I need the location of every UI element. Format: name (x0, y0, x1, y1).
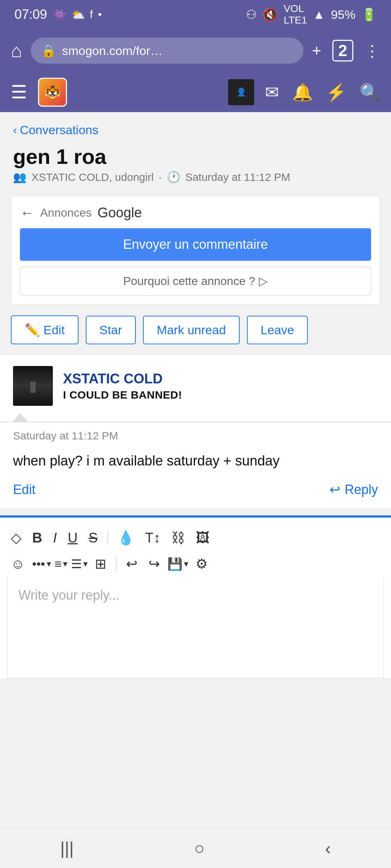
ad-label: Annonces (40, 206, 92, 220)
save-arrow: ▾ (184, 559, 188, 569)
table-button[interactable]: ⊞ (91, 554, 110, 574)
undo-button[interactable]: ↩ (122, 554, 141, 574)
lock-icon: 🔒 (41, 43, 56, 58)
list-arrow: ▾ (83, 559, 88, 569)
action-buttons-row: ✏️ Edit Star Mark unread Leave (0, 308, 391, 352)
status-right: ⚇ 🔇 VOLLTE1 ▲ 95% 🔋 (246, 3, 377, 26)
back-button-nav[interactable]: ‹ (311, 835, 345, 862)
bluetooth-icon: ⚇ (246, 7, 257, 22)
battery-text: 95% (331, 8, 356, 22)
hamburger-button[interactable]: ☰ (11, 82, 27, 103)
ad-box: ← Annonces Google Envoyer un commentaire… (11, 196, 380, 305)
header-icons: ✉ 🔔 ⚡ 🔍 (265, 82, 380, 102)
mark-unread-button[interactable]: Mark unread (143, 316, 240, 344)
message-card: ▮ XSTATIC COLD I COULD BE BANNED! Saturd… (0, 355, 391, 508)
dot-icon: • (98, 8, 102, 21)
battery-icon: 🔋 (361, 7, 377, 22)
home-button[interactable]: ⌂ (11, 40, 22, 61)
toolbar-row-1: ◇ B I U S 💧 T↕ ⛓ 🖼 (7, 525, 384, 551)
bold-button[interactable]: B (29, 528, 46, 548)
align-button[interactable]: ≡ ▾ (55, 557, 68, 571)
ad-header: ← Annonces Google (20, 205, 371, 221)
ad-why-button[interactable]: Pourquoi cette annonce ? ▷ (20, 267, 371, 295)
star-button[interactable]: Star (86, 316, 136, 344)
message-reply-button[interactable]: ↩ Reply (329, 482, 378, 497)
image-button[interactable]: 🖼 (192, 528, 213, 548)
avatar-img: 👤 (236, 88, 246, 97)
conversation-timestamp: Saturday at 11:12 PM (185, 171, 290, 183)
participants-text: XSTATIC COLD, udongirl (31, 171, 154, 183)
message-body: Saturday at 11:12 PM when play? i m avai… (0, 422, 391, 508)
edit-icon: ✏️ (25, 323, 40, 337)
list-icon: ☰ (71, 557, 82, 571)
divider-2 (116, 557, 117, 571)
conversation-title: gen 1 roa (0, 141, 391, 171)
message-text: when play? i m available saturday + sund… (13, 451, 378, 471)
more-button[interactable]: ••• ▾ (32, 557, 51, 571)
reply-icon: ↩ (329, 482, 340, 497)
recent-apps-button[interactable]: ||| (46, 835, 88, 862)
ad-google-label: Google (97, 205, 142, 221)
lightning-icon[interactable]: ⚡ (326, 82, 346, 102)
save-icon: 💾 (167, 557, 182, 571)
mail-icon[interactable]: ✉ (265, 82, 279, 102)
ad-back-button[interactable]: ← (20, 205, 34, 221)
strikethrough-button[interactable]: S (85, 528, 101, 548)
emoji-button[interactable]: ☺ (7, 554, 29, 574)
underline-button[interactable]: U (64, 528, 81, 548)
reply-input[interactable]: Write your reply... (7, 577, 384, 678)
align-icon: ≡ (55, 557, 62, 571)
url-bar[interactable]: 🔒 smogon.com/for… (31, 38, 303, 64)
mark-unread-label: Mark unread (157, 323, 226, 337)
username[interactable]: XSTATIC COLD (63, 371, 182, 387)
ad-play-icon: ▷ (259, 274, 268, 288)
breadcrumb-label[interactable]: Conversations (20, 123, 98, 137)
list-button[interactable]: ☰ ▾ (71, 557, 88, 571)
leave-button[interactable]: Leave (247, 316, 308, 344)
url-text: smogon.com/for… (62, 44, 163, 58)
signal-icon: ▲ (313, 8, 325, 22)
user-info: XSTATIC COLD I COULD BE BANNED! (63, 371, 182, 401)
edit-label: Edit (43, 323, 65, 337)
message-actions: Edit ↩ Reply (13, 482, 378, 497)
settings-button[interactable]: ⚙ (192, 554, 211, 574)
search-icon[interactable]: 🔍 (360, 82, 380, 102)
more-arrow: ▾ (47, 559, 51, 569)
clock-icon: 🕐 (167, 171, 180, 183)
alien-icon: 👾 (53, 8, 66, 21)
save-button[interactable]: 💾 ▾ (167, 557, 188, 571)
align-arrow: ▾ (63, 559, 67, 569)
avatar-placeholder: ▮ (29, 378, 37, 394)
reply-label: Reply (345, 482, 378, 497)
toolbar-row-2: ☺ ••• ▾ ≡ ▾ ☰ ▾ ⊞ ↩ ↪ 💾 (7, 551, 384, 577)
home-button-nav[interactable]: ○ (180, 835, 219, 862)
back-arrow-icon: ‹ (13, 123, 17, 137)
facebook-icon: f (90, 8, 93, 21)
user-avatar-thumb[interactable]: 👤 (228, 79, 254, 105)
mute-icon: 🔇 (262, 7, 278, 22)
conversation-meta: 👥 XSTATIC COLD, udongirl · 🕐 Saturday at… (0, 171, 391, 192)
tab-count[interactable]: 2 (332, 40, 353, 61)
more-icon: ••• (32, 557, 45, 571)
add-tab-button[interactable]: + (312, 42, 321, 60)
font-size-button[interactable]: T↕ (142, 528, 164, 548)
link-button[interactable]: ⛓ (168, 528, 189, 548)
editor-placeholder: Write your reply... (18, 588, 119, 603)
divider-1 (107, 531, 108, 545)
site-header: ☰ 🐯 👤 ✉ 🔔 ⚡ 🔍 (0, 72, 391, 112)
redo-button[interactable]: ↪ (145, 554, 164, 574)
ad-comment-button[interactable]: Envoyer un commentaire (20, 228, 371, 261)
edit-button[interactable]: ✏️ Edit (11, 315, 79, 344)
message-edit-button[interactable]: Edit (13, 482, 35, 497)
italic-button[interactable]: I (49, 528, 60, 548)
color-button[interactable]: 💧 (114, 528, 138, 548)
status-icons: 👾 ⛅ f • (53, 8, 102, 21)
network-icon: VOLLTE1 (283, 3, 307, 26)
more-options-button[interactable]: ⋮ (364, 42, 380, 60)
message-timestamp: Saturday at 11:12 PM (13, 430, 378, 442)
user-title: I COULD BE BANNED! (63, 389, 182, 401)
eraser-button[interactable]: ◇ (7, 528, 25, 548)
site-logo: 🐯 (38, 78, 67, 107)
bell-icon[interactable]: 🔔 (292, 82, 313, 102)
user-avatar[interactable]: ▮ (13, 366, 53, 406)
